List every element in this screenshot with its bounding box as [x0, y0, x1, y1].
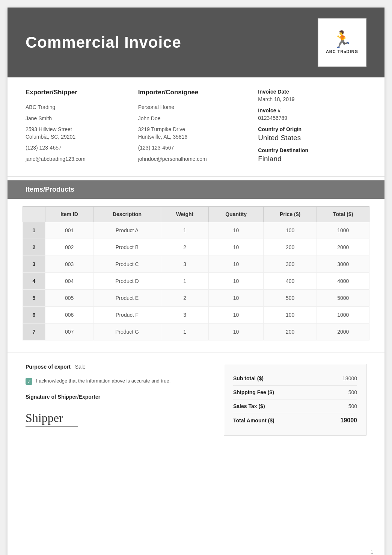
importer-name: John Doe — [138, 115, 243, 122]
total-value: 19000 — [341, 417, 357, 424]
row-total: 1000 — [317, 307, 369, 324]
row-price: 400 — [263, 273, 317, 290]
table-row: 1 001 Product A 1 10 100 1000 — [23, 222, 369, 239]
invoice-number-value: 0123456789 — [258, 115, 363, 121]
row-quantity: 10 — [209, 290, 263, 307]
importer-address: 3219 Turnpike Drive Huntsville, AL, 3581… — [138, 126, 243, 141]
row-num: 4 — [23, 273, 45, 290]
acknowledge-checkbox[interactable] — [26, 378, 32, 385]
row-item-id: 007 — [45, 324, 93, 340]
row-num: 7 — [23, 324, 45, 340]
col-price: Price ($) — [263, 207, 317, 222]
row-description: Product A — [93, 222, 161, 239]
row-total: 2000 — [317, 239, 369, 256]
row-total: 5000 — [317, 290, 369, 307]
invoice-info-section: Invoice Date March 18, 2019 Invoice # 01… — [250, 89, 363, 168]
row-price: 300 — [263, 256, 317, 273]
table-row: 2 002 Product B 2 10 200 2000 — [23, 239, 369, 256]
row-total: 1000 — [317, 222, 369, 239]
purpose-row: Purpose of export Sale — [26, 364, 209, 370]
row-weight: 1 — [161, 222, 209, 239]
row-num: 1 — [23, 222, 45, 239]
row-total: 3000 — [317, 256, 369, 273]
table-row: 6 006 Product F 3 10 100 1000 — [23, 307, 369, 324]
row-item-id: 005 — [45, 290, 93, 307]
row-total: 2000 — [317, 324, 369, 340]
invoice-date-label: Invoice Date — [258, 89, 363, 95]
row-quantity: 10 — [209, 222, 263, 239]
exporter-name: Jane Smith — [26, 115, 131, 122]
importer-phone: (123) 123-4567 — [138, 144, 243, 152]
subtotal-label: Sub total ($) — [233, 375, 264, 381]
row-quantity: 10 — [209, 307, 263, 324]
row-num: 5 — [23, 290, 45, 307]
importer-section: Importer/Consignee Personal Home John Do… — [138, 89, 251, 168]
table-header: Item ID Description Weight Quantity Pric… — [23, 207, 369, 222]
purpose-label: Purpose of export — [26, 364, 71, 370]
col-quantity: Quantity — [209, 207, 263, 222]
table-row: 5 005 Product E 2 10 500 5000 — [23, 290, 369, 307]
row-description: Product D — [93, 273, 161, 290]
signature-label: Signature of Shipper/Exporter — [26, 394, 209, 400]
row-description: Product F — [93, 307, 161, 324]
row-weight: 1 — [161, 273, 209, 290]
row-weight: 1 — [161, 324, 209, 340]
col-description: Description — [93, 207, 161, 222]
col-row-num — [23, 207, 45, 222]
totals-box: Sub total ($) 18000 Shipping Fee ($) 500… — [224, 364, 366, 436]
logo-icon: 🏃 — [332, 31, 353, 48]
row-price: 200 — [263, 239, 317, 256]
invoice-date-value: March 18, 2019 — [258, 96, 363, 102]
bottom-section: Purpose of export Sale I acknowledge tha… — [8, 352, 384, 451]
row-description: Product C — [93, 256, 161, 273]
items-section-header: Items/Products — [8, 180, 384, 199]
row-price: 500 — [263, 290, 317, 307]
tax-label: Sales Tax ($) — [233, 403, 265, 409]
tax-value: 500 — [348, 403, 357, 409]
table-body: 1 001 Product A 1 10 100 1000 2 002 Prod… — [23, 222, 369, 340]
items-table-wrap: Item ID Description Weight Quantity Pric… — [8, 199, 384, 348]
totals-section: Sub total ($) 18000 Shipping Fee ($) 500… — [224, 364, 366, 436]
destination-value: Finland — [258, 155, 363, 163]
exporter-section: Exporter/Shipper ABC Trading Jane Smith … — [26, 89, 138, 168]
exporter-email: jane@abctrading123.com — [26, 156, 131, 163]
table-row: 7 007 Product G 1 10 200 2000 — [23, 324, 369, 340]
tax-row: Sales Tax ($) 500 — [233, 399, 357, 413]
items-section-title: Items/Products — [26, 186, 74, 193]
row-price: 100 — [263, 222, 317, 239]
exporter-phone: (123) 123-4657 — [26, 144, 131, 152]
row-weight: 2 — [161, 290, 209, 307]
row-total: 4000 — [317, 273, 369, 290]
exporter-title: Exporter/Shipper — [26, 89, 131, 97]
row-item-id: 001 — [45, 222, 93, 239]
page: Commercial Invoice 🏃 ABC TRaDING Exporte… — [8, 8, 384, 555]
header-section: Commercial Invoice 🏃 ABC TRaDING — [8, 8, 384, 77]
origin-label: Country of Origin — [258, 126, 363, 132]
items-table: Item ID Description Weight Quantity Pric… — [23, 206, 369, 340]
row-description: Product E — [93, 290, 161, 307]
row-price: 200 — [263, 324, 317, 340]
row-description: Product G — [93, 324, 161, 340]
logo-box: 🏃 ABC TRaDING — [318, 18, 366, 67]
shipping-row: Shipping Fee ($) 500 — [233, 386, 357, 399]
table-header-row: Item ID Description Weight Quantity Pric… — [23, 207, 369, 222]
importer-company: Personal Home — [138, 104, 243, 111]
row-item-id: 006 — [45, 307, 93, 324]
row-weight: 3 — [161, 256, 209, 273]
acknowledge-row: I acknowledge that the information above… — [26, 377, 209, 385]
signature-image: Shipper — [26, 411, 78, 427]
col-item-id: Item ID — [45, 207, 93, 222]
invoice-number-label: Invoice # — [258, 107, 363, 113]
page-title: Commercial Invoice — [26, 33, 181, 51]
total-label: Total Amount ($) — [233, 417, 274, 423]
purpose-value: Sale — [75, 364, 86, 370]
row-item-id: 002 — [45, 239, 93, 256]
exporter-address: 2593 Hillview Street Columbia, SC, 29201 — [26, 126, 131, 141]
row-quantity: 10 — [209, 273, 263, 290]
table-row: 3 003 Product C 3 10 300 3000 — [23, 256, 369, 273]
col-weight: Weight — [161, 207, 209, 222]
shipping-label: Shipping Fee ($) — [233, 389, 274, 395]
acknowledge-text: I acknowledge that the information above… — [36, 377, 170, 385]
subtotal-row: Sub total ($) 18000 — [233, 372, 357, 386]
total-row: Total Amount ($) 19000 — [233, 413, 357, 428]
